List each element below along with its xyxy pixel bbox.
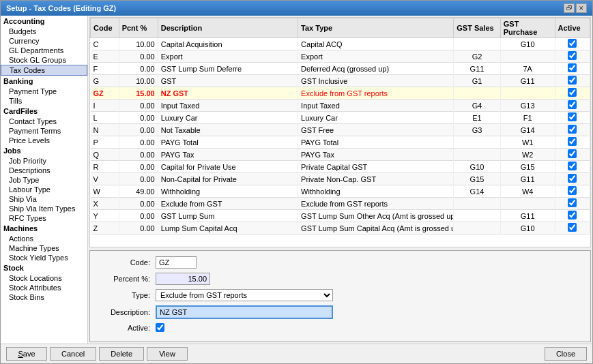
table-cell[interactable] [555,63,590,75]
sidebar-item-payment-terms[interactable]: Payment Terms [1,126,87,136]
table-row[interactable]: I0.00Input TaxedInput TaxedG4G13 [91,100,590,112]
table-row[interactable]: N0.00Not TaxableGST FreeG3G14 [91,124,590,136]
table-cell: GST Lump Sum Capital Acq (Amt is grossed… [298,222,454,234]
sidebar-item-budgets[interactable]: Budgets [1,27,87,36]
close-window-button[interactable]: ✕ [576,3,587,13]
table-cell: G15 [454,173,500,185]
table-cell: F1 [500,112,555,124]
row-active-checkbox[interactable] [568,88,577,97]
table-cell[interactable] [555,222,590,234]
sidebar-item-price-levels[interactable]: Price Levels [1,136,87,145]
row-active-checkbox[interactable] [568,63,577,72]
col-header-gst-purchase: GST Purchase [500,18,555,38]
table-row[interactable]: F0.00GST Lump Sum DeferreDeferred Acq (g… [91,63,590,75]
table-row[interactable]: X0.00Exclude from GSTExclude from GST re… [91,198,590,210]
sidebar-item-tax-codes[interactable]: Tax Codes [1,65,87,76]
main-window: Setup - Tax Codes (Editing GZ) 🗗 ✕ Accou… [0,0,593,364]
table-cell[interactable] [555,161,590,173]
table-cell[interactable] [555,198,590,210]
table-cell: I [91,100,119,112]
sidebar-item-payment-type[interactable]: Payment Type [1,87,87,96]
row-active-checkbox[interactable] [568,100,577,109]
sidebar-item-ship-via[interactable]: Ship Via [1,194,87,204]
type-row: Type: Exclude from GST reportsGST Inclus… [101,289,579,301]
table-row[interactable]: V0.00Non-Capital for PrivatePrivate Non-… [91,173,590,185]
sidebar-item-job-priority[interactable]: Job Priority [1,156,87,166]
sidebar-item-stock-attributes[interactable]: Stock Attributes [1,283,87,292]
sidebar-item-ship-via-item-types[interactable]: Ship Via Item Types [1,204,87,213]
row-active-checkbox[interactable] [568,198,577,207]
row-active-checkbox[interactable] [568,39,577,48]
row-active-checkbox[interactable] [568,76,577,85]
row-active-checkbox[interactable] [568,51,577,60]
save-button[interactable]: Save [6,347,47,361]
desc-input[interactable] [156,305,333,319]
table-row[interactable]: R0.00Capital for Private UsePrivate Capi… [91,161,590,173]
sidebar-item-job-type[interactable]: Job Type [1,175,87,185]
table-cell[interactable] [555,124,590,136]
table-row[interactable]: E0.00ExportExportG2 [91,50,590,63]
row-active-checkbox[interactable] [568,186,577,195]
table-cell[interactable] [555,75,590,87]
row-active-checkbox[interactable] [568,162,577,170]
table-cell[interactable] [555,38,590,50]
table-area[interactable]: CodePcnt %DescriptionTax TypeGST SalesGS… [89,17,591,247]
table-row[interactable]: C10.00Capital AcquisitionCapital ACQG10 [91,38,590,50]
table-cell[interactable] [555,112,590,124]
row-active-checkbox[interactable] [568,174,577,183]
row-active-checkbox[interactable] [568,211,577,219]
view-button[interactable]: View [147,347,188,361]
sidebar-item-stock-locations[interactable]: Stock Locations [1,273,87,283]
type-select[interactable]: Exclude from GST reportsGST InclusiveGST… [156,289,333,301]
table-row[interactable]: GZ15.00NZ GSTExclude from GST reports [91,87,590,100]
table-cell[interactable] [555,136,590,149]
sidebar-item-gl-departments[interactable]: GL Departments [1,46,87,55]
table-cell [454,149,500,161]
table-cell: Luxury Car [298,112,454,124]
sidebar-item-descriptions[interactable]: Descriptions [1,166,87,175]
sidebar-item-labour-type[interactable]: Labour Type [1,185,87,194]
active-checkbox[interactable] [156,323,164,332]
sidebar-item-stock-bins[interactable]: Stock Bins [1,292,87,302]
table-row[interactable]: Y0.00GST Lump SumGST Lump Sum Other Acq … [91,210,590,222]
table-row[interactable]: W49.00WithholdingWithholdingG14W4 [91,185,590,198]
code-input[interactable] [156,256,197,269]
cancel-button[interactable]: Cancel [50,347,96,361]
sidebar-item-stock-yield-types[interactable]: Stock Yield Types [1,253,87,262]
table-cell: Luxury Car [158,112,298,124]
table-row[interactable]: Z0.00Lump Sum Capital AcqGST Lump Sum Ca… [91,222,590,234]
table-cell: Input Taxed [158,100,298,112]
sidebar-item-rfc-types[interactable]: RFC Types [1,213,87,223]
table-cell[interactable] [555,173,590,185]
pcnt-input[interactable] [156,273,210,285]
row-active-checkbox[interactable] [568,149,577,158]
table-cell[interactable] [555,50,590,63]
table-cell[interactable] [555,100,590,112]
sidebar-item-stock-gl-groups[interactable]: Stock GL Groups [1,55,87,65]
row-active-checkbox[interactable] [568,125,577,134]
sidebar-item-contact-types[interactable]: Contact Types [1,117,87,126]
table-cell: Exclude from GST reports [298,87,454,100]
table-row[interactable]: G10.00GSTGST InclusiveG1G11 [91,75,590,87]
row-active-checkbox[interactable] [568,223,577,232]
restore-button[interactable]: 🗗 [564,3,575,13]
table-row[interactable]: Q0.00PAYG TaxPAYG TaxW2 [91,149,590,161]
table-cell [454,198,500,210]
table-cell[interactable] [555,149,590,161]
sidebar-item-actions[interactable]: Actions [1,234,87,243]
delete-button[interactable]: Delete [99,347,144,361]
table-cell: Input Taxed [298,100,454,112]
table-cell[interactable] [555,87,590,100]
table-row[interactable]: L0.00Luxury CarLuxury CarE1F1 [91,112,590,124]
table-cell[interactable] [555,210,590,222]
sidebar-item-machine-types[interactable]: Machine Types [1,243,87,253]
sidebar-item-currency[interactable]: Currency [1,36,87,46]
table-row[interactable]: P0.00PAYG TotalPAYG TotalW1 [91,136,590,149]
sidebar-item-tills[interactable]: Tills [1,96,87,106]
close-button[interactable]: Close [545,347,587,361]
table-cell[interactable] [555,185,590,198]
desc-label: Description: [101,308,156,316]
row-active-checkbox[interactable] [568,137,577,146]
table-cell: Deferred Acq (grossed up) [298,63,454,75]
row-active-checkbox[interactable] [568,112,577,121]
